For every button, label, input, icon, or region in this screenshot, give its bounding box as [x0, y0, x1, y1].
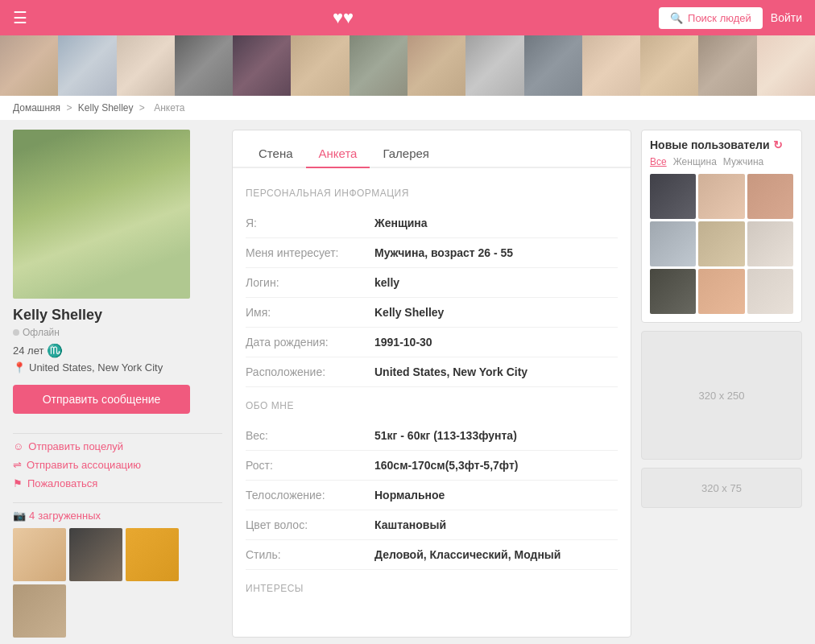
strip-photo-6[interactable]: [291, 35, 349, 96]
strip-photo-14[interactable]: [757, 35, 815, 96]
header-actions: 🔍 Поиск людей Войти: [659, 7, 802, 29]
personal-info-rows: Я:ЖенщинаМеня интересует:Мужчина, возрас…: [246, 208, 618, 387]
profile-content: ПЕРСОНАЛЬНАЯ ИНФОРМАЦИЯ Я:ЖенщинаМеня ин…: [233, 168, 631, 617]
filter-all[interactable]: Все: [650, 156, 667, 167]
refresh-icon[interactable]: ↻: [773, 138, 783, 151]
about-me-row-2: Телосложение:Нормальное: [246, 481, 618, 510]
new-user-4[interactable]: [650, 221, 696, 266]
center-column: Стена Анкета Галерея ПЕРСОНАЛЬНАЯ ИНФОРМ…: [232, 130, 631, 638]
profile-tabs: Стена Анкета Галерея: [233, 130, 631, 168]
photo-thumb-2[interactable]: [69, 528, 122, 581]
about-me-row-1: Рост:160см-170см(5,3фт-5,7фт): [246, 451, 618, 481]
strip-photo-11[interactable]: [582, 35, 640, 96]
report-link[interactable]: Пожаловаться: [13, 477, 222, 489]
personal-info-title: ПЕРСОНАЛЬНАЯ ИНФОРМАЦИЯ: [246, 188, 618, 199]
send-assoc-link[interactable]: Отправить ассоциацию: [13, 459, 222, 471]
breadcrumb-user[interactable]: Kelly Shelley: [78, 102, 134, 114]
strip-photo-1[interactable]: [0, 35, 58, 96]
ad-box-small: 320 x 75: [641, 468, 802, 508]
profile-photo[interactable]: [13, 130, 190, 299]
about-value-0: 51кг - 60кг (113-133фунта): [374, 429, 517, 442]
personal-value-3: Kelly Shelley: [374, 306, 444, 319]
new-user-5[interactable]: [698, 221, 744, 266]
strip-photo-13[interactable]: [698, 35, 756, 96]
photo-grid: [13, 528, 222, 638]
filter-male[interactable]: Мужчина: [723, 156, 763, 167]
camera-icon: 📷: [13, 510, 26, 522]
strip-photo-4[interactable]: [175, 35, 233, 96]
breadcrumb-sep2: >: [139, 102, 147, 114]
personal-label-3: Имя:: [246, 306, 374, 319]
about-label-4: Стиль:: [246, 548, 374, 561]
tab-wall[interactable]: Стена: [246, 140, 306, 167]
new-user-1[interactable]: [650, 174, 696, 219]
search-people-button[interactable]: 🔍 Поиск людей: [659, 7, 763, 29]
photo-thumb-4[interactable]: [13, 584, 66, 638]
ad-box-big: 320 x 250: [641, 331, 802, 460]
breadcrumb-sep1: >: [66, 102, 74, 114]
send-message-button[interactable]: Отправить сообщение: [13, 385, 190, 414]
about-value-3: Каштановый: [374, 518, 446, 531]
personal-label-4: Дата рождения:: [246, 336, 374, 349]
breadcrumb-home[interactable]: Домашняя: [13, 102, 60, 114]
strip-photo-3[interactable]: [117, 35, 175, 96]
left-column: Kelly Shelley Офлайн 24 лет ♏ 📍 United S…: [13, 130, 222, 638]
strip-photo-12[interactable]: [640, 35, 698, 96]
about-me-rows: Вес:51кг - 60кг (113-133фунта)Рост:160см…: [246, 421, 618, 570]
send-kiss-link[interactable]: Отправить поцелуй: [13, 440, 222, 452]
assoc-icon: [13, 459, 22, 471]
personal-info-row-2: Логин:kelly: [246, 268, 618, 298]
interests-title: ИНТЕРЕСЫ: [246, 583, 618, 594]
new-user-6[interactable]: [747, 221, 793, 266]
new-user-8[interactable]: [698, 269, 744, 314]
profile-name: Kelly Shelley: [13, 307, 222, 324]
tab-anketa[interactable]: Анкета: [306, 140, 370, 168]
new-user-9[interactable]: [747, 269, 793, 314]
strip-photo-2[interactable]: [58, 35, 116, 96]
age-value: 24 лет: [13, 345, 43, 357]
filter-female[interactable]: Женщина: [673, 156, 717, 167]
location-value: United States, New York City: [29, 361, 163, 374]
personal-info-row-4: Дата рождения:1991-10-30: [246, 328, 618, 357]
about-label-2: Телосложение:: [246, 489, 374, 502]
strip-photo-5[interactable]: [233, 35, 291, 96]
new-user-3[interactable]: [747, 174, 793, 219]
uploads-label: 📷 4 загруженных: [13, 510, 222, 522]
personal-info-row-3: Имя:Kelly Shelley: [246, 298, 618, 328]
personal-label-2: Логин:: [246, 276, 374, 289]
about-me-title: ОБО МНЕ: [246, 400, 618, 411]
photo-thumb-1[interactable]: [13, 528, 66, 581]
strip-photo-9[interactable]: [465, 35, 523, 96]
photo-thumb-3[interactable]: [126, 528, 179, 581]
personal-info-row-5: Расположение:United States, New York Cit…: [246, 357, 618, 387]
personal-value-1: Мужчина, возраст 26 - 55: [374, 246, 513, 259]
right-column: Новые пользователи ↻ Все Женщина Мужчина…: [641, 130, 802, 638]
strip-photo-8[interactable]: [408, 35, 465, 96]
zodiac-icon: ♏: [47, 343, 63, 358]
profile-actions: Отправить поцелуй Отправить ассоциацию П…: [13, 440, 222, 489]
tab-gallery[interactable]: Галерея: [370, 140, 442, 167]
new-user-2[interactable]: [698, 174, 744, 219]
personal-label-5: Расположение:: [246, 365, 374, 378]
breadcrumb-page: Анкета: [154, 102, 184, 114]
strip-photo-10[interactable]: [524, 35, 582, 96]
personal-label-0: Я:: [246, 217, 374, 229]
about-me-row-0: Вес:51кг - 60кг (113-133фунта): [246, 421, 618, 451]
login-button[interactable]: Войти: [771, 11, 802, 24]
new-user-7[interactable]: [650, 269, 696, 314]
personal-value-5: United States, New York City: [374, 365, 527, 378]
menu-icon[interactable]: [13, 8, 27, 27]
personal-info-row-0: Я:Женщина: [246, 208, 618, 238]
about-label-3: Цвет волос:: [246, 518, 374, 531]
search-icon: 🔍: [670, 12, 683, 24]
profile-status: Офлайн: [13, 327, 222, 338]
uploads-count: 4: [29, 510, 35, 522]
photo-strip: [0, 35, 815, 96]
profile-location: 📍 United States, New York City: [13, 361, 222, 374]
strip-photo-7[interactable]: [350, 35, 408, 96]
flag-icon: [13, 477, 23, 489]
about-value-1: 160см-170см(5,3фт-5,7фт): [374, 459, 518, 472]
main-container: Kelly Shelley Офлайн 24 лет ♏ 📍 United S…: [0, 120, 815, 644]
heart-logo: ♥: [333, 7, 354, 28]
about-me-row-3: Цвет волос:Каштановый: [246, 510, 618, 540]
